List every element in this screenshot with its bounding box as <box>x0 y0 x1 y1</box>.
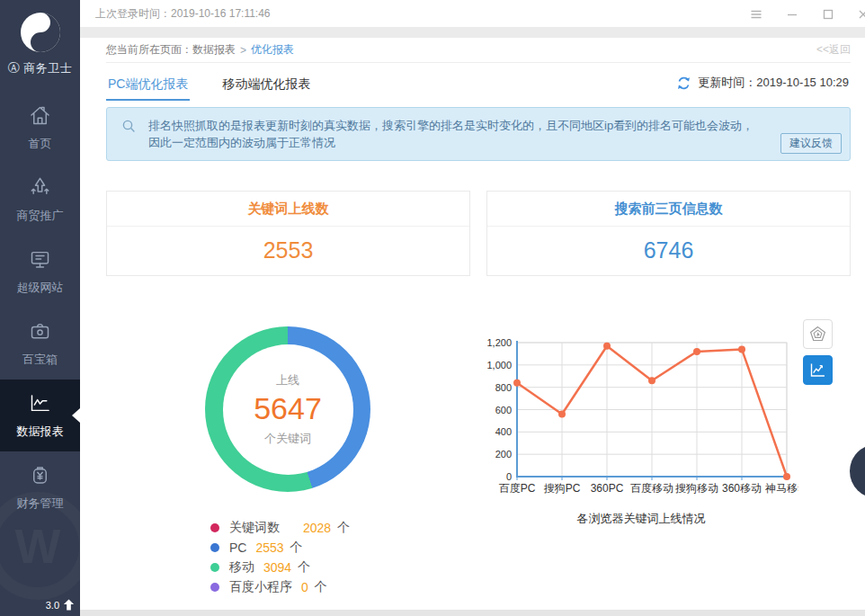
sidebar-item-toolbox[interactable]: 百宝箱 <box>0 308 80 379</box>
svg-text:200: 200 <box>495 449 512 460</box>
sidebar: w Ⓐ 商务卫士 首页 商贸推广 <box>0 0 80 616</box>
stat-card-title: 关键词上线数 <box>107 192 469 227</box>
legend-item-mobile: 移动 3094 个 <box>210 558 350 576</box>
line-chart-icon <box>808 361 827 379</box>
version-label: 3.0 <box>46 600 59 611</box>
line-chart: 02004006008001,0001,200百度PC搜狗PC360PC百度移动… <box>484 325 798 500</box>
version-indicator[interactable]: 3.0 <box>46 599 75 611</box>
active-item-notch <box>72 408 80 423</box>
search-icon <box>121 119 137 134</box>
stat-card-top3-info: 搜索前三页信息数 6746 <box>486 191 851 276</box>
legend-item-baidu-miniapp: 百度小程序 0 个 <box>210 578 350 595</box>
promotion-icon <box>28 175 52 200</box>
main-content: 您当前所在页面：数据报表 > 优化报表 <<返回 PC端优化报表 移动端优化报表… <box>80 38 865 610</box>
svg-text:360移动: 360移动 <box>722 482 762 495</box>
tab-mobile-report[interactable]: 移动端优化报表 <box>220 67 312 101</box>
breadcrumb-current: 优化报表 <box>251 42 294 58</box>
donut-center-bottom-label: 个关键词 <box>264 431 311 447</box>
footer-strip <box>80 610 865 616</box>
website-icon <box>28 247 52 272</box>
back-link[interactable]: <<返回 <box>816 42 851 58</box>
svg-text:神马移动: 神马移动 <box>764 482 798 495</box>
sidebar-item-promotion[interactable]: 商贸推广 <box>0 164 80 236</box>
titlebar: 上次登录时间：2019-10-16 17:11:46 <box>80 0 865 28</box>
stat-card-value: 6746 <box>487 227 850 275</box>
feedback-button[interactable]: 建议反馈 <box>780 133 842 154</box>
donut-center: 上线 5647 个关键词 <box>223 344 353 475</box>
legend-dot <box>210 563 219 572</box>
svg-text:搜狗PC: 搜狗PC <box>544 482 581 495</box>
update-time-label: 更新时间：2019-10-15 10:29 <box>698 75 849 91</box>
stat-cards: 关键词上线数 2553 搜索前三页信息数 6746 <box>106 191 851 276</box>
donut-center-top-label: 上线 <box>276 372 299 388</box>
summary-legend: 关键词数 2028 个 PC 2553 个 移动 3094 个 <box>210 519 350 598</box>
sidebar-item-website[interactable]: 超级网站 <box>0 236 80 308</box>
legend-dot <box>210 583 219 592</box>
svg-text:w: w <box>41 18 49 28</box>
svg-text:搜狗移动: 搜狗移动 <box>675 482 718 495</box>
app-logo-icon: w <box>19 11 62 54</box>
app-window: w Ⓐ 商务卫士 首页 商贸推广 <box>0 0 865 616</box>
line-chart-button[interactable] <box>803 355 833 385</box>
breadcrumb-prefix: 您当前所在页面： <box>106 42 192 58</box>
svg-text:1,000: 1,000 <box>486 360 512 370</box>
stat-card-title: 搜索前三页信息数 <box>487 192 850 227</box>
svg-text:0: 0 <box>506 471 512 482</box>
notice-text: 排名快照抓取的是报表更新时刻的真实数据，搜索引擎的排名是实时变化的，且不同地区i… <box>148 119 754 149</box>
svg-text:1,200: 1,200 <box>486 337 512 348</box>
svg-text:600: 600 <box>495 405 512 415</box>
line-chart-caption: 各浏览器关键词上线情况 <box>484 511 798 527</box>
refresh-icon[interactable] <box>676 76 691 91</box>
sidebar-item-home[interactable]: 首页 <box>0 92 80 164</box>
close-icon[interactable] <box>855 6 865 22</box>
stat-card-keywords-online: 关键词上线数 2553 <box>106 191 470 276</box>
report-tabs: PC端优化报表 移动端优化报表 更新时间：2019-10-15 10:29 <box>106 63 851 101</box>
stat-card-value: 2553 <box>107 227 469 275</box>
svg-text:百度移动: 百度移动 <box>630 482 673 495</box>
last-login-text: 上次登录时间：2019-10-16 17:11:46 <box>95 6 271 22</box>
legend-dot <box>210 523 219 532</box>
sidebar-item-reports[interactable]: 数据报表 <box>0 379 80 451</box>
breadcrumb: 您当前所在页面：数据报表 > 优化报表 <<返回 <box>106 38 851 63</box>
header-divider-band <box>80 28 865 38</box>
svg-text:800: 800 <box>495 382 512 393</box>
brand-name: Ⓐ 商务卫士 <box>0 60 80 76</box>
notice-banner: 排名快照抓取的是报表更新时刻的真实数据，搜索引擎的排名是实时变化的，且不同地区i… <box>106 107 851 161</box>
brand-badge-icon: Ⓐ <box>8 61 21 75</box>
breadcrumb-section: 数据报表 <box>192 42 236 58</box>
tab-pc-report[interactable]: PC端优化报表 <box>106 67 190 101</box>
svg-text:400: 400 <box>495 426 512 437</box>
home-icon <box>28 103 52 128</box>
minimize-icon[interactable] <box>784 6 800 22</box>
radar-chart-icon <box>808 325 827 344</box>
toolbox-icon <box>28 319 52 344</box>
update-time: 更新时间：2019-10-15 10:29 <box>676 75 849 91</box>
upgrade-arrow-icon <box>63 599 75 611</box>
sidebar-nav: 首页 商贸推广 超级网站 百宝箱 <box>0 92 80 523</box>
donut-center-value: 5647 <box>254 391 322 426</box>
breadcrumb-separator: > <box>240 44 246 57</box>
legend-item-keywords: 关键词数 2028 个 <box>210 519 350 536</box>
finance-icon <box>28 463 52 487</box>
menu-icon[interactable] <box>748 6 764 22</box>
radar-chart-button[interactable] <box>803 319 833 349</box>
svg-text:360PC: 360PC <box>591 482 624 495</box>
svg-text:百度PC: 百度PC <box>499 482 536 495</box>
charts-section: 上线 5647 个关键词 关键词数 2028 个 PC 2553 个 <box>106 317 851 607</box>
legend-dot <box>210 543 219 552</box>
legend-item-pc: PC 2553 个 <box>210 539 350 556</box>
maximize-icon[interactable] <box>820 6 836 22</box>
report-chart-icon <box>28 391 52 415</box>
donut-chart: 上线 5647 个关键词 <box>205 326 370 492</box>
